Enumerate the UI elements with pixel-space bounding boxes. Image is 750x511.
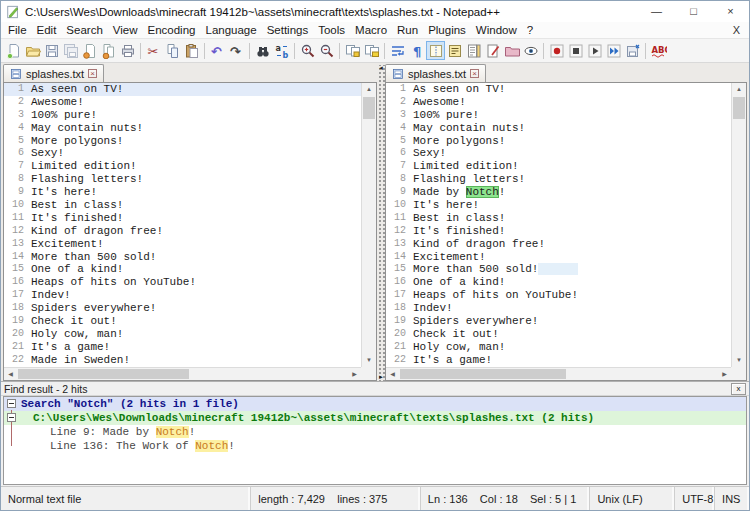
editor-line[interactable]: 21Holy cow, man! — [386, 341, 731, 354]
editor-line[interactable]: 9Made by Notch! — [386, 186, 731, 199]
left-editor-text[interactable]: 1As seen on TV!2Awesome!3100% pure!4May … — [4, 83, 361, 367]
scroll-down-icon[interactable]: ▼ — [732, 354, 746, 367]
macro-save-icon[interactable] — [623, 41, 642, 60]
menu-item-run[interactable]: Run — [392, 24, 423, 36]
scroll-left-icon[interactable]: ◀ — [386, 368, 399, 380]
editor-line[interactable]: 11Best in class! — [386, 212, 731, 225]
editor-line[interactable]: 2Awesome! — [4, 96, 361, 109]
menu-item-macro[interactable]: Macro — [350, 24, 392, 36]
editor-line[interactable]: 5More polygons! — [4, 135, 361, 148]
find-result-title-bar[interactable]: Find result - 2 hits x — [1, 381, 749, 396]
scroll-left-icon[interactable]: ◀ — [4, 368, 17, 380]
menu-item-plugins[interactable]: Plugins — [423, 24, 471, 36]
right-horizontal-scrollbar[interactable]: ◀ ▶ — [386, 367, 731, 380]
collapse-search-icon[interactable] — [7, 399, 16, 408]
scroll-up-icon[interactable]: ▲ — [362, 83, 376, 96]
find-hit-row[interactable]: Line 9: Made by Notch! — [4, 425, 746, 439]
editor-line[interactable]: 18Indev! — [386, 302, 731, 315]
menu-item-settings[interactable]: Settings — [262, 24, 314, 36]
editor-line[interactable]: 10Best in class! — [4, 199, 361, 212]
print-icon[interactable] — [118, 41, 137, 60]
show-all-characters-icon[interactable]: ¶ — [407, 41, 426, 60]
cut-icon[interactable]: ✂ — [144, 41, 163, 60]
word-wrap-icon[interactable] — [388, 41, 407, 60]
editor-line[interactable]: 20Check it out! — [386, 328, 731, 341]
zoom-out-icon[interactable] — [317, 41, 336, 60]
save-all-icon[interactable] — [61, 41, 80, 60]
editor-line[interactable]: 19Spiders everywhere! — [386, 315, 731, 328]
find-result-close-button[interactable]: x — [731, 383, 746, 395]
indent-guide-icon[interactable] — [426, 41, 445, 60]
editor-line[interactable]: 7Limited edition! — [4, 160, 361, 173]
edit-marker-icon[interactable] — [483, 41, 502, 60]
menu-item-search[interactable]: Search — [61, 24, 107, 36]
save-icon[interactable] — [42, 41, 61, 60]
minimize-button[interactable]: — — [638, 1, 675, 22]
editor-line[interactable]: 17Heaps of hits on YouTube! — [386, 289, 731, 302]
editor-line[interactable]: 1As seen on TV! — [386, 83, 731, 96]
editor-line[interactable]: 11It's finished! — [4, 212, 361, 225]
editor-line[interactable]: 4May contain nuts! — [4, 122, 361, 135]
replace-icon[interactable]: ab — [272, 41, 291, 60]
document-monitor-icon[interactable] — [521, 41, 540, 60]
editor-line[interactable]: 2Awesome! — [386, 96, 731, 109]
scroll-right-icon[interactable]: ▶ — [348, 368, 361, 380]
menu-item-edit[interactable]: Edit — [32, 24, 62, 36]
menu-item-window[interactable]: Window — [471, 24, 522, 36]
function-list-icon[interactable] — [445, 41, 464, 60]
editor-line[interactable]: 22Made in Sweden! — [4, 354, 361, 367]
document-map-icon[interactable] — [464, 41, 483, 60]
editor-line[interactable]: 17Indev! — [4, 289, 361, 302]
zoom-in-icon[interactable] — [298, 41, 317, 60]
menu-item-[interactable]: ? — [522, 24, 538, 36]
menu-item-file[interactable]: File — [3, 24, 32, 36]
left-vertical-scrollbar[interactable]: ▲ ▼ — [361, 83, 376, 367]
sync-vertical-icon[interactable] — [343, 41, 362, 60]
menu-item-encoding[interactable]: Encoding — [143, 24, 201, 36]
editor-line[interactable]: 8Flashing letters! — [386, 173, 731, 186]
close-icon[interactable] — [80, 41, 99, 60]
tab-close-icon[interactable]: × — [470, 69, 479, 78]
menu-item-view[interactable]: View — [108, 24, 143, 36]
editor-line[interactable]: 3100% pure! — [4, 109, 361, 122]
scroll-right-icon[interactable]: ▶ — [718, 368, 731, 380]
editor-line[interactable]: 12It's finished! — [386, 225, 731, 238]
scroll-down-icon[interactable]: ▼ — [362, 354, 376, 367]
right-editor-text[interactable]: 1As seen on TV!2Awesome!3100% pure!4May … — [386, 83, 731, 367]
close-all-icon[interactable] — [99, 41, 118, 60]
editor-line[interactable]: 14More than 500 sold! — [4, 251, 361, 264]
open-icon[interactable] — [23, 41, 42, 60]
find-icon[interactable] — [253, 41, 272, 60]
right-vertical-scrollbar[interactable]: ▲ ▼ — [731, 83, 746, 367]
editor-line[interactable]: 15One of a kind! — [4, 263, 361, 276]
tab-splashes-right[interactable]: splashes.txt × — [385, 64, 486, 82]
spell-check-icon[interactable]: ABC — [649, 41, 668, 60]
editor-line[interactable]: 13Excitement! — [4, 238, 361, 251]
pane-splitter[interactable]: ◄ ► — [377, 65, 385, 381]
new-file-icon[interactable] — [4, 41, 23, 60]
vertical-scroll-thumb[interactable] — [733, 97, 745, 119]
editor-line[interactable]: 10It's here! — [386, 199, 731, 212]
tab-splashes-left[interactable]: splashes.txt × — [3, 64, 104, 82]
editor-line[interactable]: 15More than 500 sold! — [386, 263, 731, 276]
copy-icon[interactable] — [163, 41, 182, 60]
macro-record-icon[interactable] — [547, 41, 566, 60]
editor-line[interactable]: 3100% pure! — [386, 109, 731, 122]
editor-line[interactable]: 13Kind of dragon free! — [386, 238, 731, 251]
search-header-row[interactable]: Search "Notch" (2 hits in 1 file) — [4, 397, 746, 411]
scroll-up-icon[interactable]: ▲ — [732, 83, 746, 96]
editor-line[interactable]: 6Sexy! — [386, 147, 731, 160]
horizontal-scroll-thumb[interactable] — [400, 369, 566, 379]
menu-close-document-button[interactable]: X — [733, 24, 749, 36]
find-hit-row[interactable]: Line 136: The Work of Notch! — [4, 439, 746, 453]
splitter-collapse-left-icon[interactable]: ◄ — [377, 65, 385, 71]
menu-item-tools[interactable]: Tools — [313, 24, 350, 36]
editor-line[interactable]: 6Sexy! — [4, 147, 361, 160]
collapse-file-icon[interactable] — [7, 413, 16, 422]
editor-line[interactable]: 12Kind of dragon free! — [4, 225, 361, 238]
close-button[interactable]: × — [712, 1, 749, 22]
file-header-row[interactable]: C:\Users\Wes\Downloads\minecraft 19412b~… — [4, 411, 746, 425]
macro-run-multiple-icon[interactable] — [604, 41, 623, 60]
editor-line[interactable]: 1As seen on TV! — [4, 83, 361, 96]
editor-line[interactable]: 20Holy cow, man! — [4, 328, 361, 341]
